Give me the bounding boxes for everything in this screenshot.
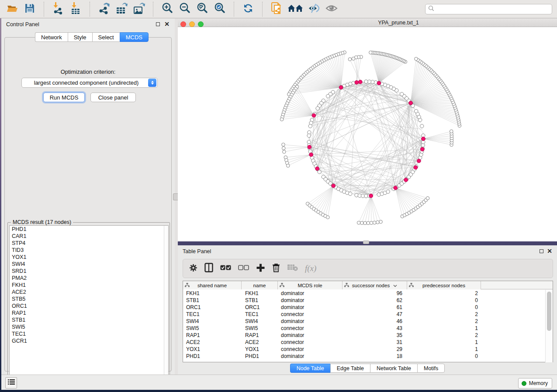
table-row[interactable]: TEC1TEC1connector472 (183, 311, 553, 318)
open-file-button[interactable] (5, 2, 20, 17)
mcds-result-item[interactable]: STP4 (10, 240, 168, 247)
network-node[interactable] (308, 124, 312, 128)
network-hub-node[interactable] (309, 153, 313, 157)
table-row[interactable]: PHD1PHD1dominator180 (183, 353, 553, 360)
tab-style[interactable]: Style (68, 32, 92, 42)
tab-motifs[interactable]: Motifs (417, 364, 445, 373)
tab-edge-table[interactable]: Edge Table (330, 364, 370, 373)
export-table-button[interactable] (114, 2, 129, 17)
table-scrollbar-thumb[interactable] (547, 292, 551, 331)
network-titlebar[interactable]: YPA_prune.txt_1 (178, 18, 557, 27)
network-node[interactable] (352, 57, 355, 60)
network-node[interactable] (426, 196, 429, 200)
memory-button[interactable]: Memory (518, 378, 552, 389)
run-mcds-button[interactable]: Run MCDS (43, 93, 85, 102)
network-node[interactable] (318, 170, 321, 174)
network-hub-node[interactable] (332, 184, 336, 188)
refresh-layout-button[interactable] (241, 2, 256, 17)
network-node[interactable] (450, 130, 453, 133)
mcds-result-item[interactable]: GCR1 (10, 337, 168, 344)
first-neighbors-button[interactable] (287, 2, 304, 17)
delete-table-button[interactable] (287, 262, 298, 275)
function-builder-button[interactable]: f(x) (305, 262, 316, 275)
network-node[interactable] (316, 107, 319, 110)
search-field[interactable] (425, 4, 552, 14)
mcds-result-item[interactable]: TID3 (10, 247, 168, 254)
tab-node-table[interactable]: Node Table (290, 364, 330, 373)
mcds-result-item[interactable]: FKH1 (10, 282, 168, 289)
network-node[interactable] (280, 118, 284, 121)
network-hub-node[interactable] (394, 186, 398, 190)
mcds-result-item[interactable]: YOX1 (10, 254, 168, 261)
mcds-result-item[interactable]: PHD1 (10, 226, 168, 233)
mcds-list-scrollbar[interactable] (164, 226, 168, 383)
close-window-icon[interactable] (180, 21, 186, 27)
network-node[interactable] (307, 134, 311, 137)
clone-network-button[interactable] (269, 2, 284, 17)
network-hub-node[interactable] (422, 137, 426, 141)
select-all-button[interactable] (220, 262, 231, 275)
zoom-out-button[interactable] (177, 2, 192, 17)
network-hub-node[interactable] (358, 80, 362, 84)
table-row[interactable]: YOX1YOX1connector291 (183, 346, 553, 353)
save-session-button[interactable] (22, 2, 37, 17)
import-table-button[interactable] (68, 2, 83, 17)
show-all-button[interactable] (324, 2, 339, 17)
network-node[interactable] (326, 94, 330, 98)
table-row[interactable]: RAP1RAP1dominator352 (183, 332, 553, 339)
network-hub-node[interactable] (369, 194, 373, 198)
network-hub-node[interactable] (417, 159, 421, 163)
network-node[interactable] (373, 221, 376, 224)
import-network-button[interactable] (51, 2, 66, 17)
export-image-button[interactable] (131, 2, 146, 17)
network-node[interactable] (349, 192, 352, 196)
task-history-button[interactable] (5, 377, 17, 389)
column-header-name[interactable]: name (242, 281, 278, 289)
network-node[interactable] (357, 221, 360, 224)
network-node[interactable] (376, 220, 380, 224)
network-hub-node[interactable] (355, 80, 359, 84)
network-node[interactable] (379, 220, 383, 224)
deselect-all-button[interactable] (238, 262, 249, 275)
mcds-result-item[interactable]: TEC1 (10, 330, 168, 337)
hide-selected-button[interactable] (307, 2, 322, 17)
mcds-result-item[interactable]: SWI5 (10, 323, 168, 330)
network-node[interactable] (348, 58, 352, 61)
network-node[interactable] (286, 164, 290, 168)
zoom-selected-button[interactable] (212, 2, 227, 17)
mcds-result-item[interactable]: CAR1 (10, 233, 168, 240)
network-node[interactable] (369, 51, 373, 54)
mcds-result-item[interactable]: SRD1 (10, 268, 168, 275)
tab-mcds[interactable]: MCDS (120, 32, 149, 42)
column-header-MCDS-role[interactable]: MCDS role (278, 281, 343, 289)
mcds-result-item[interactable]: SWI4 (10, 261, 168, 268)
network-hub-node[interactable] (315, 167, 319, 171)
network-node[interactable] (386, 190, 390, 193)
vertical-split-divider[interactable] (175, 18, 178, 375)
table-row[interactable]: SWI5SWI5connector431 (183, 325, 553, 332)
search-input[interactable] (435, 6, 552, 12)
column-header-predecessor-nodes[interactable]: predecessor nodes (407, 281, 481, 289)
close-panel-icon[interactable]: ✕ (164, 20, 170, 28)
table-row[interactable]: ORC1ORC1dominator610 (183, 304, 553, 311)
network-node[interactable] (420, 124, 424, 128)
network-hub-node[interactable] (409, 101, 413, 105)
network-hub-node[interactable] (377, 81, 381, 85)
network-hub-node[interactable] (308, 145, 311, 149)
float-panel-icon[interactable] (156, 22, 160, 26)
column-header-successor-nodes[interactable]: successor nodes (343, 281, 407, 289)
mcds-result-item[interactable]: STB1 (10, 316, 168, 323)
network-node[interactable] (282, 147, 285, 150)
network-node[interactable] (283, 150, 286, 154)
network-node[interactable] (326, 216, 330, 219)
network-node[interactable] (363, 221, 367, 225)
tab-network[interactable]: Network (35, 32, 68, 42)
mcds-result-item[interactable]: PMA2 (10, 275, 168, 282)
table-row[interactable]: ACE2ACE2connector311 (183, 339, 553, 346)
network-hub-node[interactable] (339, 86, 343, 89)
add-column-button[interactable] (256, 262, 265, 275)
horizontal-split-handle[interactable] (363, 241, 369, 244)
network-node[interactable] (367, 221, 370, 225)
mcds-result-item[interactable]: STB5 (10, 296, 168, 303)
float-table-panel-icon[interactable] (540, 249, 543, 253)
